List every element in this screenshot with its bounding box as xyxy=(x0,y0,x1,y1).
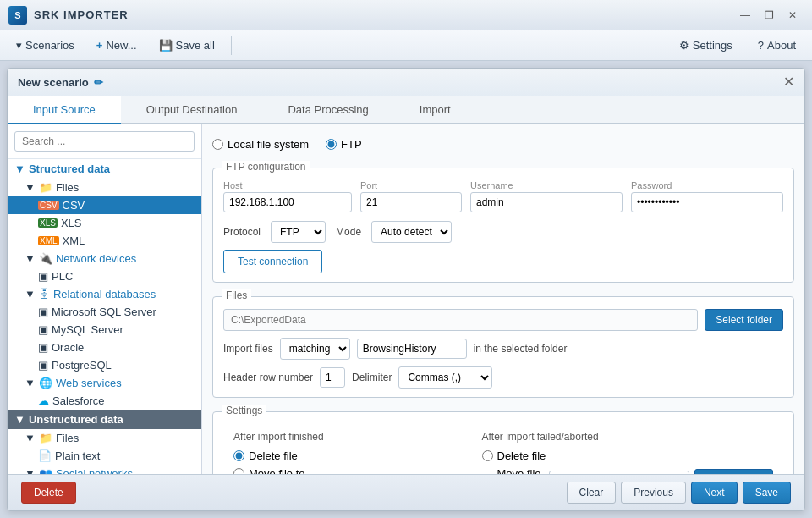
txt-icon: 📄 xyxy=(38,449,52,462)
port-input[interactable] xyxy=(360,192,462,212)
mode-select[interactable]: Auto detect Active Passive xyxy=(371,221,452,243)
files-legend: Files xyxy=(222,289,251,301)
triangle-icon: ▼ xyxy=(25,288,36,300)
db-leaf-icon: ▣ xyxy=(38,359,48,372)
title-bar: S SRK IMPORTER — ❐ ✕ xyxy=(0,0,812,30)
search-box xyxy=(8,124,201,159)
protocol-label: Protocol xyxy=(223,226,261,238)
delimiter-select[interactable]: Commas (,) Semicolons (;) Tabs xyxy=(398,366,492,388)
tree-item-mssql[interactable]: ▣ Microsoft SQL Server xyxy=(8,303,201,321)
tree-item-social-networks[interactable]: ▼ 👥 Social networks xyxy=(8,465,201,474)
header-row-input[interactable] xyxy=(320,367,345,388)
maximize-button[interactable]: ❐ xyxy=(758,7,780,24)
tree-item-postgresql[interactable]: ▣ PostgreSQL xyxy=(8,356,201,374)
host-field: Host xyxy=(223,180,352,212)
password-input[interactable] xyxy=(631,192,783,212)
tab-data-processing[interactable]: Data Processing xyxy=(262,96,393,124)
save-button[interactable]: Save xyxy=(743,482,791,504)
toolbar-separator xyxy=(231,36,232,55)
app-logo: S xyxy=(8,6,27,25)
host-input[interactable] xyxy=(223,192,352,212)
db-icon: 🗄 xyxy=(39,288,50,300)
ftp-config-section: FTP configuration Host Port xyxy=(212,168,794,283)
tree-item-xml[interactable]: XML XML xyxy=(8,232,201,250)
fail-delete-file-radio[interactable] xyxy=(482,450,493,461)
folder-path-input[interactable] xyxy=(223,309,698,331)
social-icon: 👥 xyxy=(39,467,52,474)
tree-item-files-unstructured[interactable]: ▼ 📁 Files xyxy=(8,429,201,447)
tree-item-network-devices[interactable]: ▼ 🔌 Network devices xyxy=(8,250,201,267)
group-unstructured-data[interactable]: ▼ Unstructured data xyxy=(8,410,201,429)
fail-delete-file-option[interactable]: Delete file xyxy=(482,449,774,462)
fail-path-input[interactable] xyxy=(549,471,690,474)
save-all-button[interactable]: 💾 Save all xyxy=(150,35,224,56)
move-file-radio[interactable] xyxy=(233,468,244,474)
fail-select-folder-button[interactable]: Select folder xyxy=(694,469,773,474)
test-connection-button[interactable]: Test connection xyxy=(223,250,322,273)
db-leaf-icon: ▣ xyxy=(38,341,48,354)
close-window-button[interactable]: ✕ xyxy=(782,7,804,24)
plc-icon: ▣ xyxy=(38,270,48,283)
select-folder-button[interactable]: Select folder xyxy=(705,309,783,331)
clear-button[interactable]: Clear xyxy=(567,482,617,504)
port-field: Port xyxy=(360,180,462,212)
ftp-option[interactable]: FTP xyxy=(326,138,362,151)
xls-icon: XLS xyxy=(38,218,58,228)
help-icon: ? xyxy=(758,39,764,52)
settings-button[interactable]: ⚙ Settings xyxy=(670,35,742,56)
ftp-config-legend: FTP configuration xyxy=(222,161,310,173)
ftp-radio[interactable] xyxy=(326,139,337,150)
local-fs-radio[interactable] xyxy=(212,139,223,150)
minimize-button[interactable]: — xyxy=(734,7,756,24)
tree-item-xls[interactable]: XLS XLS xyxy=(8,214,201,232)
tree-item-relational-databases[interactable]: ▼ 🗄 Relational databases xyxy=(8,285,201,303)
settings-section: Settings After import finished Delete fi… xyxy=(212,411,794,474)
edit-icon: ✏ xyxy=(94,76,103,89)
new-button[interactable]: + New... xyxy=(87,35,146,56)
after-import-finished-col: After import finished Delete file Move f… xyxy=(223,424,472,474)
dialog: New scenario ✏ ✕ Input Source Output Des… xyxy=(7,68,805,511)
triangle-icon: ▼ xyxy=(25,181,36,194)
search-input[interactable] xyxy=(14,131,195,152)
dialog-body: ▼ Structured data ▼ 📁 Files CSV CSV XLS … xyxy=(8,124,804,474)
next-button[interactable]: Next xyxy=(691,482,738,504)
delimiter-label: Delimiter xyxy=(352,372,392,383)
tree-item-oracle[interactable]: ▣ Oracle xyxy=(8,339,201,356)
delete-file-option[interactable]: Delete file xyxy=(233,449,462,462)
header-row-label: Header row number xyxy=(223,372,313,383)
tree-item-csv[interactable]: CSV CSV xyxy=(8,196,201,214)
dialog-header: New scenario ✏ ✕ xyxy=(8,69,804,96)
previous-button[interactable]: Previous xyxy=(621,482,686,504)
settings-icon: ⚙ xyxy=(679,39,689,52)
username-input[interactable] xyxy=(470,192,623,212)
content-area: Local file system FTP FTP configuration … xyxy=(202,124,804,474)
protocol-select[interactable]: FTP FTPS SFTP xyxy=(271,221,326,243)
tree-item-plain-text[interactable]: 📄 Plain text xyxy=(8,447,201,465)
about-button[interactable]: ? About xyxy=(749,35,805,56)
dialog-close-button[interactable]: ✕ xyxy=(783,75,794,89)
triangle-icon: ▼ xyxy=(25,432,36,444)
matching-select[interactable]: matching all xyxy=(280,338,350,360)
tree-item-plc[interactable]: ▣ PLC xyxy=(8,267,201,285)
group-structured-data[interactable]: ▼ Structured data xyxy=(8,159,201,179)
delete-file-radio[interactable] xyxy=(233,450,244,461)
tab-import[interactable]: Import xyxy=(394,96,476,124)
tree-item-salesforce[interactable]: ☁ Salesforce xyxy=(8,392,201,410)
cloud-icon: ☁ xyxy=(38,394,49,407)
delete-button[interactable]: Delete xyxy=(21,482,76,504)
fail-move-file-option[interactable]: Move file to xyxy=(482,467,544,474)
tree-item-mysql[interactable]: ▣ MySQL Server xyxy=(8,321,201,339)
dialog-title: New scenario ✏ xyxy=(18,76,103,89)
tree-item-files-structured[interactable]: ▼ 📁 Files xyxy=(8,179,201,196)
filename-input[interactable] xyxy=(357,339,467,359)
add-icon: + xyxy=(96,39,103,52)
local-fs-option[interactable]: Local file system xyxy=(212,138,309,151)
tab-output-destination[interactable]: Output Destination xyxy=(121,96,263,124)
scenarios-button[interactable]: ▾ Scenarios xyxy=(7,35,84,56)
db-leaf-icon: ▣ xyxy=(38,323,48,336)
tree-item-web-services[interactable]: ▼ 🌐 Web services xyxy=(8,374,201,392)
tab-input-source[interactable]: Input Source xyxy=(8,96,121,124)
in-folder-label: in the selected folder xyxy=(474,343,568,355)
network-icon: 🔌 xyxy=(39,252,52,265)
move-file-option[interactable]: Move file to xyxy=(233,467,462,474)
